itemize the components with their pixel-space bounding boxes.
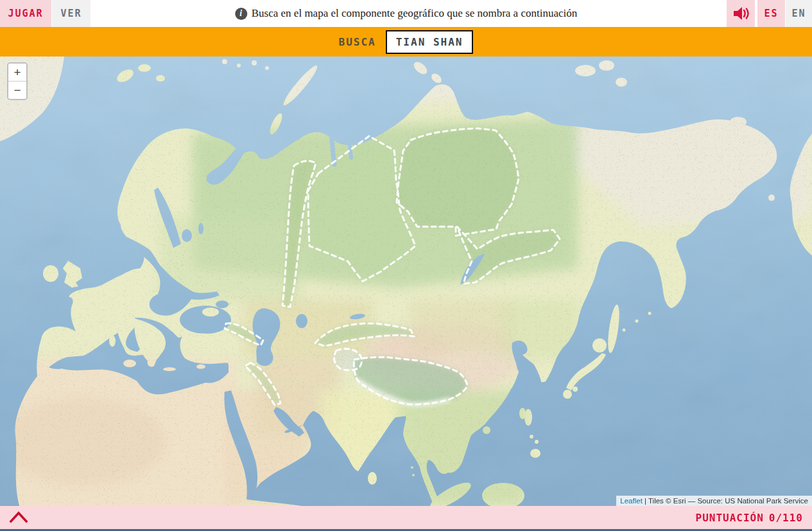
chevron-up-icon bbox=[8, 510, 30, 525]
map-zoom-control: + − bbox=[7, 62, 28, 100]
landmass bbox=[0, 57, 812, 506]
language-tab-es[interactable]: ES bbox=[757, 0, 785, 27]
zoom-in-button[interactable]: + bbox=[8, 64, 26, 81]
question-banner: BUSCA TIAN SHAN bbox=[0, 27, 812, 57]
attribution-text: | Tiles © Esri — Source: US National Par… bbox=[643, 497, 808, 505]
info-icon: i bbox=[235, 8, 247, 20]
score-value: 0/110 bbox=[769, 512, 803, 524]
collapse-panel-button[interactable] bbox=[8, 510, 30, 525]
instruction-banner: i Busca en el mapa el componente geográf… bbox=[235, 0, 577, 27]
zoom-out-button[interactable]: − bbox=[8, 81, 26, 99]
status-bar: PUNTUACIÓN 0/110 bbox=[0, 506, 812, 529]
audio-toggle-button[interactable] bbox=[727, 0, 755, 27]
score-label: PUNTUACIÓN bbox=[696, 512, 764, 524]
instruction-text: Busca en el mapa el componente geográfic… bbox=[252, 7, 577, 20]
map-attribution: Leaflet | Tiles © Esri — Source: US Nati… bbox=[616, 496, 812, 506]
target-name-box: TIAN SHAN bbox=[386, 30, 474, 54]
score-display: PUNTUACIÓN 0/110 bbox=[696, 506, 804, 529]
menu-tab-ver[interactable]: VER bbox=[52, 0, 91, 27]
map-area[interactable]: + − Leaflet | Tiles © Esri — Source: US … bbox=[0, 57, 812, 506]
leaflet-link[interactable]: Leaflet bbox=[620, 497, 643, 505]
menu-tab-jugar[interactable]: JUGAR bbox=[0, 0, 51, 27]
language-tab-en[interactable]: EN bbox=[786, 0, 812, 27]
map-canvas[interactable] bbox=[0, 57, 812, 506]
speaker-icon bbox=[732, 6, 749, 21]
app-window: JUGAR VER i Busca en el mapa el componen… bbox=[0, 0, 812, 531]
top-menu-bar: JUGAR VER i Busca en el mapa el componen… bbox=[0, 0, 812, 27]
busca-label: BUSCA bbox=[339, 36, 376, 48]
